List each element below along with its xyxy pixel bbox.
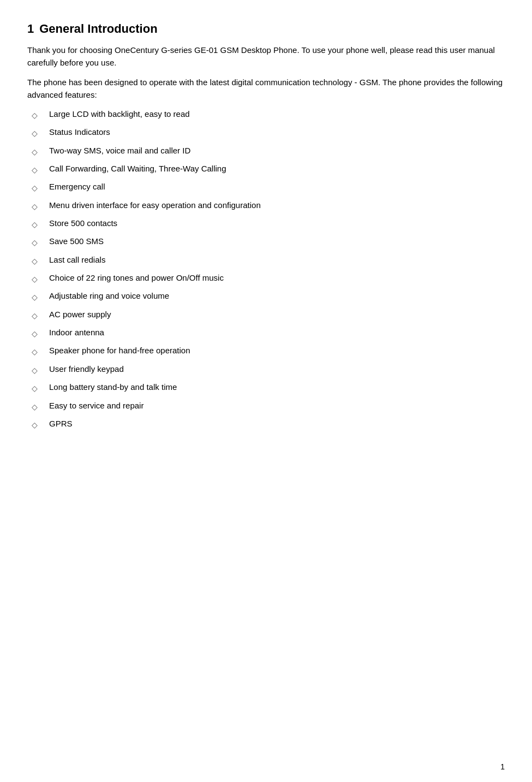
list-item: Call Forwarding, Call Waiting, Three-Way… xyxy=(27,162,505,177)
page-number: 1 xyxy=(500,762,505,771)
bullet-icon xyxy=(27,254,49,268)
list-item: Status Indicators xyxy=(27,126,505,140)
bullet-icon xyxy=(27,217,49,232)
list-item: Store 500 contacts xyxy=(27,217,505,232)
intro-paragraph-2: The phone has been designed to operate w… xyxy=(27,76,505,102)
list-item: Indoor antenna xyxy=(27,326,505,341)
list-item: Menu driven interface for easy operation… xyxy=(27,199,505,214)
heading-title: General Introduction xyxy=(39,22,157,35)
feature-text: Easy to service and repair xyxy=(49,399,505,412)
list-item: Easy to service and repair xyxy=(27,399,505,414)
bullet-icon xyxy=(27,235,49,250)
list-item: Emergency call xyxy=(27,180,505,195)
feature-text: Large LCD with backlight, easy to read xyxy=(49,108,505,120)
feature-text: Indoor antenna xyxy=(49,326,505,339)
list-item: Speaker phone for hand-free operation xyxy=(27,344,505,359)
feature-text: Adjustable ring and voice volume xyxy=(49,289,505,302)
bullet-icon xyxy=(27,290,49,304)
bullet-icon xyxy=(27,181,49,195)
feature-text: Two-way SMS, voice mail and caller ID xyxy=(49,144,505,157)
list-item: GPRS xyxy=(27,417,505,432)
intro-paragraph-1: Thank you for choosing OneCentury G-seri… xyxy=(27,44,505,69)
feature-text: Emergency call xyxy=(49,180,505,193)
feature-text: GPRS xyxy=(49,417,505,430)
list-item: User friendly keypad xyxy=(27,363,505,377)
bullet-icon xyxy=(27,418,49,432)
feature-text: AC power supply xyxy=(49,308,505,321)
list-item: Adjustable ring and voice volume xyxy=(27,289,505,304)
bullet-icon xyxy=(27,272,49,286)
bullet-icon xyxy=(27,126,49,140)
page-heading: 1General Introduction xyxy=(27,22,505,36)
bullet-icon xyxy=(27,199,49,214)
bullet-icon xyxy=(27,327,49,341)
bullet-icon xyxy=(27,381,49,395)
bullet-icon xyxy=(27,309,49,323)
bullet-icon xyxy=(27,108,49,122)
bullet-icon xyxy=(27,145,49,159)
bullet-icon xyxy=(27,163,49,177)
heading-number: 1 xyxy=(27,22,34,35)
bullet-icon xyxy=(27,345,49,359)
features-list: Large LCD with backlight, easy to readSt… xyxy=(27,108,505,432)
feature-text: User friendly keypad xyxy=(49,363,505,375)
feature-text: Long battery stand-by and talk time xyxy=(49,381,505,393)
feature-text: Choice of 22 ring tones and power On/Off… xyxy=(49,271,505,284)
feature-text: Status Indicators xyxy=(49,126,505,138)
feature-text: Menu driven interface for easy operation… xyxy=(49,199,505,211)
list-item: AC power supply xyxy=(27,308,505,323)
list-item: Last call redials xyxy=(27,253,505,268)
bullet-icon xyxy=(27,363,49,377)
list-item: Long battery stand-by and talk time xyxy=(27,381,505,395)
feature-text: Last call redials xyxy=(49,253,505,266)
list-item: Large LCD with backlight, easy to read xyxy=(27,108,505,122)
feature-text: Save 500 SMS xyxy=(49,235,505,247)
list-item: Choice of 22 ring tones and power On/Off… xyxy=(27,271,505,286)
list-item: Two-way SMS, voice mail and caller ID xyxy=(27,144,505,159)
list-item: Save 500 SMS xyxy=(27,235,505,250)
feature-text: Store 500 contacts xyxy=(49,217,505,229)
feature-text: Speaker phone for hand-free operation xyxy=(49,344,505,357)
feature-text: Call Forwarding, Call Waiting, Three-Way… xyxy=(49,162,505,175)
bullet-icon xyxy=(27,400,49,414)
